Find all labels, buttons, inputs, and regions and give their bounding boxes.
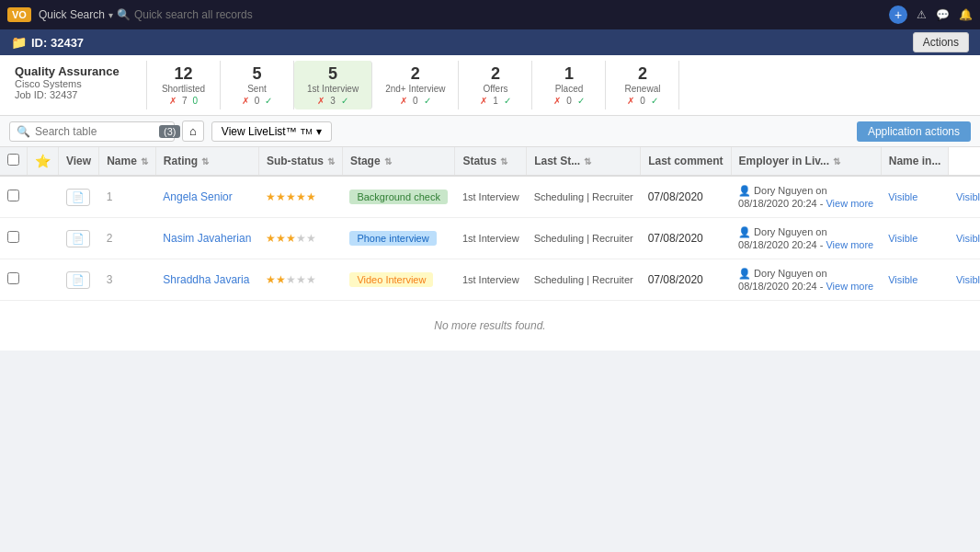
row-num-cell: 3: [99, 259, 156, 301]
row-checkbox-cell: [0, 218, 28, 259]
candidate-name-link[interactable]: Angela Senior: [163, 190, 232, 203]
stage-sort-icon[interactable]: ⇅: [384, 156, 392, 167]
rating-sort-icon[interactable]: ⇅: [201, 156, 209, 167]
metric-bad: ✗: [169, 96, 177, 106]
star-icon: ★: [266, 273, 276, 286]
metric-bad: ✗: [553, 96, 561, 106]
row-view-cell: 📄: [59, 176, 99, 218]
metric-good: ✓: [504, 96, 511, 106]
name-in-visible-link[interactable]: Visible: [956, 274, 980, 285]
livelist-button[interactable]: View LiveList™ TM ▾: [211, 121, 332, 142]
pipeline-stage-offers[interactable]: 2 Offers ✗ 1 ✓: [459, 61, 532, 109]
metric-bad-val: 0: [255, 96, 260, 106]
chat-icon[interactable]: 💬: [936, 8, 950, 21]
result-count-badge: (3): [159, 125, 180, 138]
pipeline-stage-placed[interactable]: 1 Placed ✗ 0 ✓: [532, 61, 606, 109]
stage-label: 2nd+ Interview: [385, 84, 445, 94]
star-icon: ★: [306, 232, 316, 245]
stage-metrics: ✗ 0 ✓: [400, 96, 431, 106]
stage-label: Offers: [483, 84, 507, 94]
employer-visible-link[interactable]: Visible: [888, 233, 917, 244]
metric-bad-val: 0: [413, 96, 418, 106]
name-in-visible-link[interactable]: Visible: [956, 191, 980, 202]
star-icon: ★: [276, 273, 286, 286]
stage-count: 5: [252, 64, 261, 84]
metric-bad: ✗: [400, 96, 407, 106]
stage-text: 1st Interview: [462, 233, 519, 244]
substatus-badge: Video Interview: [349, 272, 433, 287]
notification-bell-icon[interactable]: 🔔: [959, 8, 973, 21]
application-actions-button[interactable]: Application actions: [857, 121, 971, 142]
home-button[interactable]: ⌂: [182, 121, 204, 142]
star-icon: ★: [266, 232, 276, 245]
status-text: Scheduling | Recruiter: [534, 233, 633, 244]
warning-icon: ⚠: [917, 8, 927, 21]
table-header-row: ⭐ View Name ⇅ Rating ⇅ Sub-status ⇅ Stag…: [0, 147, 980, 176]
metric-bad-val: 7: [182, 96, 188, 106]
stage-count: 5: [328, 64, 337, 84]
view-more-link[interactable]: View more: [826, 281, 873, 292]
quick-search-label[interactable]: Quick Search: [39, 8, 105, 21]
metric-bad-val: 3: [330, 96, 336, 106]
quick-search-input[interactable]: [134, 8, 318, 21]
row-flag-cell: [28, 259, 59, 301]
row-substatus-cell: Background check: [342, 176, 455, 218]
stage-metrics: ✗ 1 ✓: [480, 96, 511, 106]
employer-visible-link[interactable]: Visible: [888, 274, 917, 285]
col-checkbox: [0, 147, 28, 176]
actions-button[interactable]: Actions: [913, 32, 969, 52]
view-button[interactable]: 📄: [66, 189, 90, 206]
view-more-link[interactable]: View more: [826, 239, 873, 250]
metric-bad-val: 0: [640, 96, 645, 106]
nav-right-actions: + ⚠ 💬 🔔: [889, 6, 973, 24]
view-button[interactable]: 📄: [66, 230, 90, 247]
pipeline-stage-2nd+-interview[interactable]: 2 2nd+ Interview ✗ 0 ✓: [372, 61, 459, 109]
view-button[interactable]: 📄: [66, 271, 90, 289]
search-icon: 🔍: [117, 8, 131, 21]
candidate-name-link[interactable]: Shraddha Javaria: [163, 273, 249, 286]
row-name-in-cell: Visible: [949, 176, 980, 218]
row-comment-cell: 👤 Dory Nguyen on08/18/2020 20:24 - View …: [731, 176, 881, 218]
metric-good: ✓: [265, 96, 272, 106]
last-st-sort-icon[interactable]: ⇅: [584, 156, 591, 167]
col-last-st: Last St... ⇅: [527, 147, 641, 176]
employer-sort-icon[interactable]: ⇅: [833, 156, 840, 167]
stage-text: 1st Interview: [462, 191, 519, 202]
row-employer-liv-cell: Visible: [881, 176, 949, 218]
metric-bad-val: 0: [566, 96, 572, 106]
candidate-name-link[interactable]: Nasim Javaherian: [163, 232, 251, 245]
row-checkbox-cell: [0, 176, 28, 218]
last-st-date: 07/08/2020: [648, 190, 703, 203]
row-checkbox[interactable]: [7, 272, 19, 284]
table-search-box[interactable]: 🔍 (3): [9, 121, 175, 142]
view-more-link[interactable]: View more: [826, 198, 873, 209]
search-input[interactable]: [35, 125, 154, 138]
select-all-checkbox[interactable]: [7, 154, 19, 166]
stage-count: 2: [638, 64, 647, 84]
table-row: 📄 3 Shraddha Javaria ★★★★★ Video Intervi…: [0, 259, 980, 301]
row-stage-cell: 1st Interview: [455, 259, 527, 301]
app-logo[interactable]: VO: [7, 7, 31, 22]
pipeline-stage-renewal[interactable]: 2 Renewal ✗ 0 ✓: [606, 61, 679, 109]
row-last-st-cell: 07/08/2020: [641, 176, 731, 218]
row-checkbox[interactable]: [7, 231, 19, 243]
search-dropdown-arrow[interactable]: ▾: [108, 10, 113, 20]
top-navigation: VO Quick Search ▾ 🔍 + ⚠ 💬 🔔: [0, 0, 980, 29]
pipeline-bar: Quality Assurance Cisco Systems Job ID: …: [0, 55, 980, 116]
comment-author: 👤 Dory Nguyen on08/18/2020 20:24 - View …: [738, 185, 873, 209]
row-employer-liv-cell: Visible: [881, 218, 949, 259]
substatus-sort-icon[interactable]: ⇅: [327, 156, 335, 167]
sub-header: 📁 ID: 32437 Actions: [0, 29, 980, 55]
pipeline-stage-sent[interactable]: 5 Sent ✗ 0 ✓: [221, 61, 294, 109]
pipeline-stage-1st-interview[interactable]: 5 1st Interview ✗ 3 ✓: [294, 61, 372, 109]
add-record-button[interactable]: +: [889, 6, 907, 24]
employer-visible-link[interactable]: Visible: [888, 191, 917, 202]
rating-stars: ★★★★★: [266, 232, 316, 245]
toolbar: 🔍 (3) ⌂ View LiveList™ TM ▾ Application …: [0, 116, 980, 147]
name-in-visible-link[interactable]: Visible: [956, 233, 980, 244]
candidates-table: ⭐ View Name ⇅ Rating ⇅ Sub-status ⇅ Stag…: [0, 147, 980, 301]
status-sort-icon[interactable]: ⇅: [500, 156, 507, 167]
name-sort-icon[interactable]: ⇅: [141, 156, 148, 167]
row-checkbox[interactable]: [7, 190, 19, 201]
pipeline-stage-shortlisted[interactable]: 12 Shortlisted ✗ 7 0: [147, 61, 221, 109]
